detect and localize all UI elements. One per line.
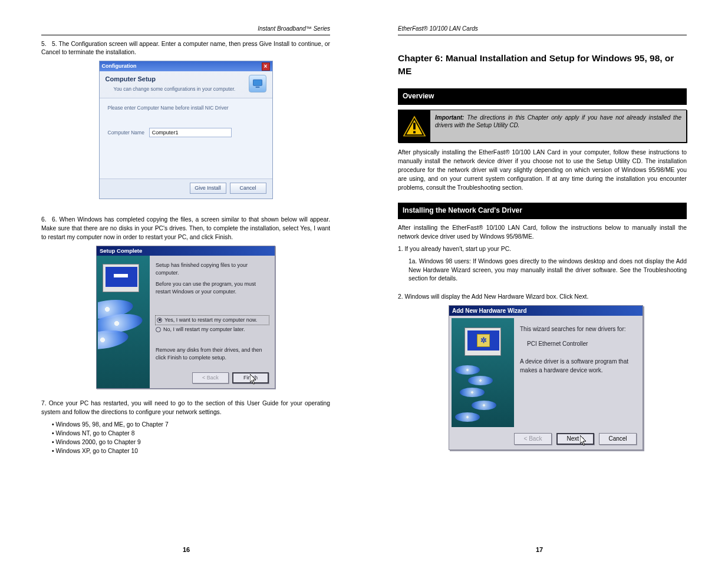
computer-name-label: Computer Name (108, 129, 144, 136)
step-5: 5.5. The Configuration screen will appea… (41, 40, 330, 58)
step-r1: 1. If you already haven't, start up your… (398, 245, 687, 254)
close-icon[interactable]: × (262, 62, 270, 71)
page-number-right: 17 (536, 546, 543, 555)
header-product-right: EtherFast® 10/100 LAN Cards (398, 25, 478, 34)
fig-configuration-dialog: Configuration × Computer Setup You can c… (99, 61, 273, 199)
fig2-p3: Remove any disks from their drives, and … (156, 346, 269, 362)
svg-rect-0 (253, 80, 262, 86)
computer-name-input[interactable] (149, 128, 232, 137)
install-intro: After installing the EtherFast® 10/100 L… (398, 224, 687, 242)
step-6: 6.6. When Windows has completed copying … (41, 216, 330, 242)
svg-rect-6 (413, 131, 416, 133)
give-install-button[interactable]: Give Install (190, 183, 226, 194)
fig3-title: Add New Hardware Wizard (449, 306, 643, 316)
fig2-p2: Before you can use the program, you must… (156, 280, 269, 296)
fig2-side-graphic (97, 256, 150, 388)
header-product-left: Instant Broadband™ Series (258, 25, 330, 34)
computer-icon (249, 75, 266, 92)
fig3-side-graphic: ✲ (452, 318, 514, 427)
back-button: < Back (192, 372, 229, 384)
important-callout: Important: The directions in this Chapte… (398, 110, 687, 143)
fig-setup-complete-dialog: Setup Complete Setup has finished copyin… (96, 246, 275, 389)
restart-later-radio[interactable]: No, I will restart my computer later. (156, 326, 269, 333)
fig1-subheading: You can change some configurations in yo… (114, 85, 236, 92)
restart-now-radio[interactable]: Yes, I want to restart my computer now. (156, 316, 269, 325)
svg-rect-5 (413, 123, 416, 129)
cancel-button[interactable]: Cancel (230, 183, 266, 194)
step-r1a: 1a. Windows 98 users: If Windows goes di… (409, 257, 687, 284)
step-7: 7. Once your PC has restarted, you will … (41, 399, 330, 417)
section-install-driver: Installing the Network Card's Driver (398, 203, 687, 219)
fig3-p2: PCI Ethernet Controller (527, 340, 634, 349)
fig1-prompt: Please enter Computer Name before instal… (108, 104, 264, 111)
overview-paragraph: After physically installing the EtherFas… (398, 148, 687, 193)
chapter-title: Chapter 6: Manual Installation and Setup… (398, 52, 687, 78)
fig1-heading: Computer Setup (106, 75, 236, 84)
fig3-p1: This wizard searches for new drivers for… (520, 325, 634, 334)
gear-icon: ✲ (477, 334, 490, 347)
step-r2: 2. Windows will display the Add New Hard… (398, 293, 687, 302)
section-overview: Overview (398, 88, 687, 104)
wizard-cancel-button[interactable]: Cancel (599, 433, 637, 445)
fig2-title: Setup Complete (97, 246, 275, 256)
wizard-back-button: < Back (514, 433, 552, 445)
wizard-next-button[interactable]: Next > (556, 433, 594, 445)
os-list: • Windows 95, 98, and ME, go to Chapter … (52, 421, 330, 456)
fig1-title: Configuration (102, 62, 137, 70)
page-right: EtherFast® 10/100 LAN Cards Chapter 6: M… (398, 25, 687, 452)
svg-rect-1 (255, 87, 259, 88)
fig-add-new-hardware-wizard: Add New Hardware Wizard ✲ This wizard se… (449, 305, 643, 450)
warning-icon (398, 110, 430, 142)
page-left: Instant Broadband™ Series 5.5. The Confi… (41, 25, 330, 459)
finish-button[interactable]: Finish (232, 372, 269, 384)
fig3-p3: A device driver is a software program th… (520, 358, 634, 375)
page-number-left: 16 (183, 546, 190, 555)
fig2-p1: Setup has finished copying files to your… (156, 262, 269, 277)
